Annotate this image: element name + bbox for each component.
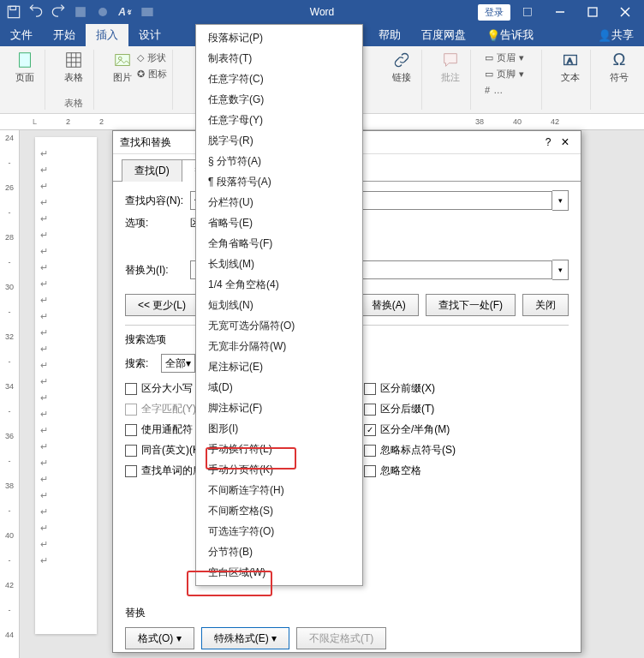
qat-icon-5[interactable] [94, 3, 111, 21]
dialog-help-icon[interactable]: ? [540, 136, 557, 148]
symbol-button[interactable]: Ω 符号 [605, 50, 634, 84]
menu-para-sym[interactable]: ¶ 段落符号(A) [196, 171, 362, 192]
undo-icon[interactable] [27, 3, 45, 21]
quick-access-toolbar: A↯ [0, 3, 156, 21]
menu-quarter-space[interactable]: 1/4 全角空格(4) [196, 274, 362, 295]
qat-icon-4[interactable] [72, 3, 89, 21]
pictures-button[interactable]: 图片 [108, 50, 137, 84]
find-next-button[interactable]: 查找下一处(F) [426, 294, 516, 316]
app-title: Word [310, 6, 334, 18]
minimize-icon[interactable] [545, 2, 575, 22]
tab-share[interactable]: 👤 共享 [587, 24, 644, 46]
cb-space[interactable]: 忽略空格 [364, 464, 569, 478]
less-button[interactable]: << 更少(L) [125, 294, 199, 316]
replace-label: 替换为(I): [125, 263, 190, 278]
menu-ellipsis[interactable]: 省略号(E) [196, 212, 362, 233]
menu-en-dash[interactable]: 短划线(N) [196, 295, 362, 315]
dialog-close-icon[interactable]: × [557, 135, 574, 150]
cb-half[interactable]: ✓区分全/半角(M) [364, 422, 569, 437]
shapes-button[interactable]: ◇ 形状 [137, 50, 167, 65]
comment-button[interactable]: 批注 [436, 50, 465, 84]
footer-button[interactable]: ▭ 页脚 ▾ [485, 66, 536, 81]
link-button[interactable]: 链接 [387, 50, 416, 84]
svg-text:A: A [567, 56, 573, 64]
tab-tellme[interactable]: 💡 告诉我 [476, 24, 544, 46]
search-dir-label: 搜索: [125, 356, 161, 371]
titlebar: A↯ Word 登录 [0, 0, 644, 24]
group-page: 页面 [5, 50, 45, 110]
menu-any-letter[interactable]: 任意字母(Y) [196, 110, 362, 130]
table-group-label: 表格 [64, 97, 83, 110]
search-scope-select[interactable]: 全部 ▾ [161, 354, 195, 373]
replace-all-button-2[interactable]: 替换(A) [359, 294, 419, 316]
group-table: 表格 表格 [54, 50, 94, 110]
menu-para-mark[interactable]: 段落标记(P) [196, 27, 362, 48]
replace-dropdown-icon[interactable]: ▾ [552, 260, 569, 280]
menu-nb-hyphen[interactable]: 不间断连字符(H) [196, 480, 362, 500]
menu-nb-space[interactable]: 不间断空格(S) [196, 500, 362, 521]
svg-rect-1 [10, 6, 16, 9]
cb-prefix[interactable]: 区分前缀(X) [364, 381, 569, 396]
save-icon[interactable] [5, 3, 22, 21]
menu-opt-break[interactable]: 无宽可选分隔符(O) [196, 315, 362, 336]
format-button[interactable]: 格式(O) ▾ [125, 627, 194, 649]
menu-section-break[interactable]: 分节符(B) [196, 541, 362, 562]
tab-home[interactable]: 开始 [43, 24, 86, 46]
group-symbol: Ω 符号 [599, 50, 639, 110]
menu-whitespace[interactable]: 空白区域(W) [196, 562, 362, 583]
tab-file[interactable]: 文件 [0, 24, 43, 46]
page-button[interactable]: 页面 [10, 50, 39, 84]
table-button[interactable]: 表格 [59, 50, 88, 84]
find-dropdown-icon[interactable]: ▾ [552, 190, 569, 211]
menu-footnote[interactable]: 脚注标记(F) [196, 398, 362, 418]
tab-insert[interactable]: 插入 [86, 24, 128, 46]
menu-field[interactable]: 域(D) [196, 377, 362, 398]
close-button[interactable]: 关闭 [522, 294, 569, 316]
clear-format-icon[interactable]: A↯ [116, 3, 134, 21]
svg-point-3 [98, 8, 107, 16]
ribbon-options-icon[interactable] [512, 2, 543, 22]
page-edge: ↵↵↵↵ ↵↵↵↵ ↵↵↵↵ ↵↵↵↵ ↵↵↵↵ ↵↵↵↵ ↵↵ [35, 137, 97, 634]
close-window-icon[interactable] [610, 2, 641, 22]
special-format-button[interactable]: 特殊格式(E) ▾ [201, 627, 289, 649]
menu-full-ellipsis[interactable]: 全角省略号(F) [196, 233, 362, 254]
icons-button[interactable]: ✪ 图标 [137, 66, 167, 81]
group-links: 链接 [382, 50, 422, 110]
menu-manual-linebreak[interactable]: 手动换行符(L) [196, 439, 362, 459]
replace-section-label: 替换 [125, 606, 569, 620]
menu-caret[interactable]: 脱字号(R) [196, 130, 362, 151]
group-illustrations: 图片 ◇ 形状 ✪ 图标 [103, 50, 173, 110]
cb-suffix[interactable]: 区分后缀(T) [364, 402, 569, 416]
textbox-button[interactable]: A 文本 [556, 50, 585, 84]
pagenum-button[interactable]: # … [485, 82, 536, 98]
svg-rect-11 [67, 52, 81, 67]
cb-punct[interactable]: 忽略标点符号(S) [364, 443, 569, 458]
svg-rect-5 [523, 8, 531, 15]
maximize-icon[interactable] [577, 2, 608, 22]
menu-section-sym[interactable]: § 分节符(A) [196, 151, 362, 171]
header-button[interactable]: ▭ 页眉 ▾ [485, 50, 536, 65]
menu-column-break[interactable]: 分栏符(U) [196, 192, 362, 212]
dialog-tab-find[interactable]: 查找(D) [122, 159, 182, 182]
menu-any-digit[interactable]: 任意数字(G) [196, 89, 362, 110]
menu-em-dash[interactable]: 长划线(M) [196, 254, 362, 274]
menu-manual-pagebreak[interactable]: 手动分页符(K) [196, 459, 362, 480]
dialog-title: 查找和替换 [120, 135, 171, 150]
login-button[interactable]: 登录 [478, 4, 510, 21]
redo-icon[interactable] [50, 3, 67, 21]
menu-endnote[interactable]: 尾注标记(E) [196, 356, 362, 377]
tab-baidu[interactable]: 百度网盘 [411, 24, 476, 46]
menu-graphic[interactable]: 图形(I) [196, 418, 362, 439]
group-headerfooter: ▭ 页眉 ▾ ▭ 页脚 ▾ # … [480, 50, 542, 110]
menu-any-char[interactable]: 任意字符(C) [196, 69, 362, 89]
no-format-button[interactable]: 不限定格式(T) [296, 627, 386, 649]
menu-nowidth-nonbreak[interactable]: 无宽非分隔符(W) [196, 336, 362, 356]
svg-rect-4 [141, 8, 152, 16]
menu-tab[interactable]: 制表符(T) [196, 48, 362, 69]
menu-opt-hyphen[interactable]: 可选连字符(O) [196, 521, 362, 541]
tab-help[interactable]: 帮助 [368, 24, 411, 46]
tab-design[interactable]: 设计 [128, 24, 171, 46]
svg-rect-10 [20, 52, 31, 67]
qat-icon-7[interactable] [139, 3, 156, 21]
svg-rect-2 [75, 7, 86, 17]
